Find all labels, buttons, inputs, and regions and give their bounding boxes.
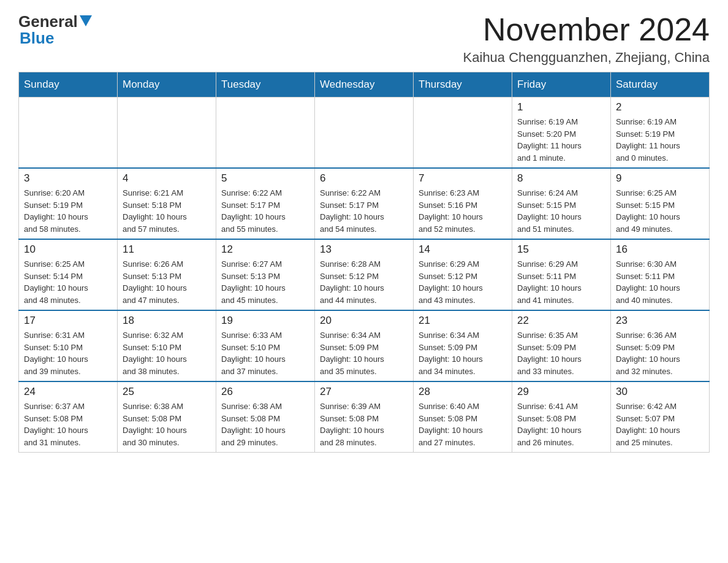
day-info: Sunrise: 6:29 AMSunset: 5:11 PMDaylight:… xyxy=(517,258,605,306)
calendar-week-row: 17Sunrise: 6:31 AMSunset: 5:10 PMDayligh… xyxy=(19,310,710,381)
day-number: 5 xyxy=(221,172,309,185)
calendar-cell: 6Sunrise: 6:22 AMSunset: 5:17 PMDaylight… xyxy=(315,168,414,239)
calendar-cell: 20Sunrise: 6:34 AMSunset: 5:09 PMDayligh… xyxy=(315,310,414,381)
day-number: 12 xyxy=(221,243,309,256)
day-info: Sunrise: 6:33 AMSunset: 5:10 PMDaylight:… xyxy=(221,329,309,377)
day-info: Sunrise: 6:42 AMSunset: 5:07 PMDaylight:… xyxy=(616,400,704,448)
calendar-cell: 26Sunrise: 6:38 AMSunset: 5:08 PMDayligh… xyxy=(216,381,315,453)
location-title: Kaihua Chengguanzhen, Zhejiang, China xyxy=(463,50,710,66)
calendar-cell: 9Sunrise: 6:25 AMSunset: 5:15 PMDaylight… xyxy=(611,168,710,239)
calendar-week-row: 3Sunrise: 6:20 AMSunset: 5:19 PMDaylight… xyxy=(19,168,710,239)
day-info: Sunrise: 6:34 AMSunset: 5:09 PMDaylight:… xyxy=(419,329,507,377)
calendar-cell: 27Sunrise: 6:39 AMSunset: 5:08 PMDayligh… xyxy=(315,381,414,453)
day-number: 8 xyxy=(517,172,605,185)
calendar-cell: 30Sunrise: 6:42 AMSunset: 5:07 PMDayligh… xyxy=(611,381,710,453)
day-info: Sunrise: 6:29 AMSunset: 5:12 PMDaylight:… xyxy=(419,258,507,306)
day-number: 29 xyxy=(517,386,605,398)
day-info: Sunrise: 6:21 AMSunset: 5:18 PMDaylight:… xyxy=(123,187,211,235)
calendar-cell: 18Sunrise: 6:32 AMSunset: 5:10 PMDayligh… xyxy=(118,310,216,381)
calendar-cell: 2Sunrise: 6:19 AMSunset: 5:19 PMDaylight… xyxy=(611,98,710,169)
day-info: Sunrise: 6:35 AMSunset: 5:09 PMDaylight:… xyxy=(517,329,605,377)
day-number: 20 xyxy=(320,315,408,327)
calendar-week-row: 24Sunrise: 6:37 AMSunset: 5:08 PMDayligh… xyxy=(19,381,710,453)
day-number: 25 xyxy=(123,386,211,398)
calendar-cell: 24Sunrise: 6:37 AMSunset: 5:08 PMDayligh… xyxy=(19,381,118,453)
day-number: 24 xyxy=(24,386,112,398)
day-number: 17 xyxy=(24,315,112,327)
header: General Blue November 2024 Kaihua Chengg… xyxy=(18,12,710,66)
day-info: Sunrise: 6:38 AMSunset: 5:08 PMDaylight:… xyxy=(123,400,211,448)
calendar-cell: 28Sunrise: 6:40 AMSunset: 5:08 PMDayligh… xyxy=(414,381,512,453)
weekday-header-tuesday: Tuesday xyxy=(216,72,315,98)
day-number: 10 xyxy=(24,243,112,256)
day-info: Sunrise: 6:36 AMSunset: 5:09 PMDaylight:… xyxy=(616,329,704,377)
weekday-header-thursday: Thursday xyxy=(414,72,512,98)
calendar-cell: 3Sunrise: 6:20 AMSunset: 5:19 PMDaylight… xyxy=(19,168,118,239)
calendar-cell: 13Sunrise: 6:28 AMSunset: 5:12 PMDayligh… xyxy=(315,239,414,310)
day-info: Sunrise: 6:19 AMSunset: 5:20 PMDaylight:… xyxy=(517,116,605,164)
day-number: 22 xyxy=(517,315,605,327)
day-info: Sunrise: 6:23 AMSunset: 5:16 PMDaylight:… xyxy=(419,187,507,235)
title-area: November 2024 Kaihua Chengguanzhen, Zhej… xyxy=(463,12,710,66)
day-info: Sunrise: 6:37 AMSunset: 5:08 PMDaylight:… xyxy=(24,400,112,448)
day-info: Sunrise: 6:38 AMSunset: 5:08 PMDaylight:… xyxy=(221,400,309,448)
calendar-cell xyxy=(19,98,118,169)
day-info: Sunrise: 6:22 AMSunset: 5:17 PMDaylight:… xyxy=(320,187,408,235)
calendar-cell: 14Sunrise: 6:29 AMSunset: 5:12 PMDayligh… xyxy=(414,239,512,310)
calendar-cell: 21Sunrise: 6:34 AMSunset: 5:09 PMDayligh… xyxy=(414,310,512,381)
calendar-table: SundayMondayTuesdayWednesdayThursdayFrid… xyxy=(18,72,710,453)
day-info: Sunrise: 6:28 AMSunset: 5:12 PMDaylight:… xyxy=(320,258,408,306)
day-number: 2 xyxy=(616,101,704,113)
calendar-cell: 19Sunrise: 6:33 AMSunset: 5:10 PMDayligh… xyxy=(216,310,315,381)
day-info: Sunrise: 6:32 AMSunset: 5:10 PMDaylight:… xyxy=(123,329,211,377)
day-info: Sunrise: 6:40 AMSunset: 5:08 PMDaylight:… xyxy=(419,400,507,448)
calendar-week-row: 10Sunrise: 6:25 AMSunset: 5:14 PMDayligh… xyxy=(19,239,710,310)
weekday-header-saturday: Saturday xyxy=(611,72,710,98)
calendar-cell xyxy=(414,98,512,169)
calendar-cell: 1Sunrise: 6:19 AMSunset: 5:20 PMDaylight… xyxy=(512,98,611,169)
day-info: Sunrise: 6:24 AMSunset: 5:15 PMDaylight:… xyxy=(517,187,605,235)
calendar-cell: 17Sunrise: 6:31 AMSunset: 5:10 PMDayligh… xyxy=(19,310,118,381)
calendar-cell xyxy=(118,98,216,169)
weekday-header-sunday: Sunday xyxy=(19,72,118,98)
day-number: 14 xyxy=(419,243,507,256)
day-number: 6 xyxy=(320,172,408,185)
day-info: Sunrise: 6:34 AMSunset: 5:09 PMDaylight:… xyxy=(320,329,408,377)
calendar-cell: 10Sunrise: 6:25 AMSunset: 5:14 PMDayligh… xyxy=(19,239,118,310)
day-number: 30 xyxy=(616,386,704,398)
logo-blue-text: Blue xyxy=(20,29,54,48)
day-number: 7 xyxy=(419,172,507,185)
calendar-cell: 8Sunrise: 6:24 AMSunset: 5:15 PMDaylight… xyxy=(512,168,611,239)
day-number: 28 xyxy=(419,386,507,398)
day-info: Sunrise: 6:19 AMSunset: 5:19 PMDaylight:… xyxy=(616,116,704,164)
calendar-week-row: 1Sunrise: 6:19 AMSunset: 5:20 PMDaylight… xyxy=(19,98,710,169)
calendar-cell: 5Sunrise: 6:22 AMSunset: 5:17 PMDaylight… xyxy=(216,168,315,239)
weekday-header-monday: Monday xyxy=(118,72,216,98)
calendar-cell xyxy=(315,98,414,169)
day-number: 4 xyxy=(123,172,211,185)
day-info: Sunrise: 6:20 AMSunset: 5:19 PMDaylight:… xyxy=(24,187,112,235)
day-number: 1 xyxy=(517,101,605,113)
calendar-cell: 11Sunrise: 6:26 AMSunset: 5:13 PMDayligh… xyxy=(118,239,216,310)
calendar-cell: 15Sunrise: 6:29 AMSunset: 5:11 PMDayligh… xyxy=(512,239,611,310)
day-info: Sunrise: 6:25 AMSunset: 5:14 PMDaylight:… xyxy=(24,258,112,306)
day-number: 18 xyxy=(123,315,211,327)
day-number: 19 xyxy=(221,315,309,327)
day-number: 15 xyxy=(517,243,605,256)
day-info: Sunrise: 6:39 AMSunset: 5:08 PMDaylight:… xyxy=(320,400,408,448)
day-number: 23 xyxy=(616,315,704,327)
day-number: 13 xyxy=(320,243,408,256)
logo: General Blue xyxy=(18,12,92,48)
calendar-cell: 4Sunrise: 6:21 AMSunset: 5:18 PMDaylight… xyxy=(118,168,216,239)
day-info: Sunrise: 6:31 AMSunset: 5:10 PMDaylight:… xyxy=(24,329,112,377)
day-info: Sunrise: 6:25 AMSunset: 5:15 PMDaylight:… xyxy=(616,187,704,235)
month-title: November 2024 xyxy=(463,12,710,47)
weekday-header-friday: Friday xyxy=(512,72,611,98)
calendar-cell: 29Sunrise: 6:41 AMSunset: 5:08 PMDayligh… xyxy=(512,381,611,453)
day-number: 27 xyxy=(320,386,408,398)
day-number: 3 xyxy=(24,172,112,185)
calendar-cell: 12Sunrise: 6:27 AMSunset: 5:13 PMDayligh… xyxy=(216,239,315,310)
calendar-cell: 7Sunrise: 6:23 AMSunset: 5:16 PMDaylight… xyxy=(414,168,512,239)
calendar-cell: 25Sunrise: 6:38 AMSunset: 5:08 PMDayligh… xyxy=(118,381,216,453)
logo-triangle-icon xyxy=(80,15,92,26)
